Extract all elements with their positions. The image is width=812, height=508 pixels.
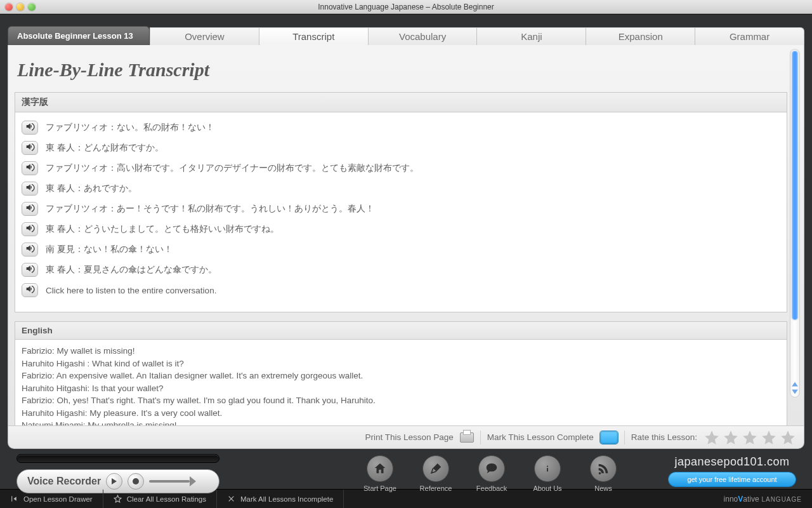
scroll-down-arrow-icon[interactable]: [791, 388, 799, 396]
play-line-button[interactable]: [22, 182, 38, 196]
tab-vocabulary[interactable]: Vocabulary: [369, 27, 478, 45]
transcript-row: ファブリツィオ：高い財布です。イタリアのデザイナーの財布です。とても素敵な財布で…: [22, 158, 780, 178]
kanji-section-header: 漢字版: [15, 93, 787, 112]
transcript-row: 南 夏見：ない！私の傘！ない！: [22, 239, 780, 260]
play-line-button[interactable]: [22, 283, 38, 297]
tab-grammar[interactable]: Grammar: [695, 27, 804, 45]
nav-label: Reference: [420, 485, 452, 492]
pen-icon: [422, 455, 449, 482]
play-line-button[interactable]: [22, 263, 38, 277]
card-footer: Print This Lesson Page Mark This Lesson …: [8, 425, 804, 448]
star-icon[interactable]: [761, 429, 777, 446]
nav-reference[interactable]: Reference: [416, 455, 455, 492]
lesson-indicator-label: Absolute Beginner Lesson 13: [17, 31, 133, 41]
play-line-button[interactable]: [22, 243, 38, 257]
transcript-line-text: 東 春人：どんな財布ですか。: [46, 142, 164, 154]
open-lesson-drawer-button[interactable]: Open Lesson Drawer: [0, 490, 103, 508]
tab-label: Overview: [185, 31, 225, 42]
vertical-scrollbar[interactable]: [790, 49, 800, 398]
tab-expansion[interactable]: Expansion: [586, 27, 695, 45]
lesson-indicator: Absolute Beginner Lesson 13: [8, 26, 150, 45]
rss-icon: [590, 455, 617, 482]
star-outline-icon: [114, 495, 122, 503]
tab-label: Kanji: [521, 31, 542, 42]
status-label: Clear All Lesson Ratings: [127, 495, 206, 503]
rating-stars: [704, 429, 796, 446]
speaker-icon: [25, 203, 35, 215]
printer-icon[interactable]: [460, 432, 474, 443]
rate-lesson-label: Rate this Lesson:: [631, 432, 697, 442]
star-icon[interactable]: [780, 429, 796, 446]
transcript-line-text: 東 春人：夏見さんの傘はどんな傘ですか。: [46, 264, 217, 276]
scrollbar-thumb[interactable]: [792, 51, 798, 320]
star-icon[interactable]: [723, 429, 739, 446]
speaker-icon: [25, 162, 35, 175]
transcript-line-text: 南 夏見：ない！私の傘！ない！: [46, 244, 173, 255]
transcript-row: 東 春人：どういたしまして。とても格好いい財布ですね。: [22, 219, 780, 239]
nav-start-page[interactable]: Start Page: [360, 455, 400, 492]
nav-feedback[interactable]: Feedback: [472, 455, 511, 492]
recorder-record-button[interactable]: [128, 473, 144, 490]
speaker-icon: [25, 142, 35, 154]
clear-ratings-button[interactable]: Clear All Lesson Ratings: [103, 490, 217, 508]
window-title: Innovative Language Japanese – Absolute …: [0, 3, 812, 11]
speaker-icon: [25, 264, 35, 276]
x-icon: [227, 495, 235, 503]
brand-text: ative: [743, 495, 759, 504]
tab-label: Expansion: [619, 31, 663, 42]
nav-about[interactable]: About Us: [528, 455, 567, 492]
mark-incomplete-button[interactable]: Mark All Lessons Incomplete: [217, 490, 344, 508]
tab-label: Transcript: [292, 31, 334, 42]
english-section-header: English: [15, 322, 787, 340]
english-section-body: Fabrizio: My wallet is missing! Haruhito…: [15, 340, 787, 425]
kanji-section: 漢字版 ファブリツィオ：ない。私の財布！ない！東 春人：どんな財布ですか。ファブ…: [15, 92, 787, 312]
transcript-line-text: ファブリツィオ：高い財布です。イタリアのデザイナーの財布です。とても素敵な財布で…: [46, 163, 419, 174]
play-line-button[interactable]: [22, 222, 38, 236]
transcript-line-text: 東 春人：どういたしまして。とても格好いい財布ですね。: [46, 224, 279, 235]
tab-kanji[interactable]: Kanji: [477, 27, 586, 45]
tab-label: Vocabulary: [399, 31, 446, 42]
divider: [480, 431, 481, 444]
drawer-icon: [10, 495, 18, 503]
tab-transcript[interactable]: Transcript: [259, 27, 369, 45]
scroll-up-arrow-icon[interactable]: [791, 380, 799, 388]
brand-text: inno: [724, 495, 738, 504]
home-icon: [367, 455, 393, 482]
transcript-row: 東 春人：どんな財布ですか。: [22, 138, 780, 158]
window-titlebar: Innovative Language Japanese – Absolute …: [0, 0, 812, 14]
mark-complete-toggle[interactable]: [600, 431, 618, 444]
play-line-button[interactable]: [22, 121, 38, 135]
speech-bubble-icon: [478, 455, 505, 482]
audio-progress-bar[interactable]: [16, 454, 219, 463]
brand-text: LANGUAGE: [759, 496, 802, 503]
play-line-button[interactable]: [22, 141, 38, 155]
free-account-button[interactable]: get your free lifetime account: [669, 472, 796, 486]
mark-complete-link[interactable]: Mark This Lesson Complete: [487, 432, 594, 442]
speaker-icon: [25, 182, 35, 195]
info-icon: [534, 455, 561, 482]
transcript-row: 東 春人：夏見さんの傘はどんな傘ですか。: [22, 260, 780, 280]
tab-overview[interactable]: Overview: [150, 27, 259, 45]
star-icon[interactable]: [742, 429, 758, 446]
transcript-row: ファブリツィオ：ない。私の財布！ない！: [22, 117, 780, 138]
transcript-line-text: 東 春人：あれですか。: [46, 183, 137, 194]
recorder-play-button[interactable]: [106, 473, 122, 490]
speaker-icon: [25, 121, 35, 134]
status-label: Mark All Lessons Incomplete: [240, 495, 333, 503]
transcript-line-text: Click here to listen to the entire conve…: [46, 286, 216, 295]
speaker-icon: [25, 223, 35, 236]
transcript-line-text: ファブリツィオ：ない。私の財布！ない！: [46, 122, 214, 133]
star-icon[interactable]: [704, 429, 720, 446]
nav-news[interactable]: News: [584, 455, 623, 492]
transcript-line-text: ファブリツィオ：あー！そうです！私の財布です。うれしい！ありがとう。春人！: [46, 203, 374, 215]
transcript-row: Click here to listen to the entire conve…: [22, 280, 780, 300]
brand-title: japanesepod101.com: [669, 455, 796, 469]
recorder-volume-slider[interactable]: [149, 480, 190, 483]
page-title: Line-By-Line Transcript: [15, 45, 787, 92]
play-line-button[interactable]: [22, 202, 38, 216]
print-lesson-link[interactable]: Print This Lesson Page: [365, 432, 454, 442]
nav-label: Start Page: [363, 485, 396, 492]
tab-label: Grammar: [730, 31, 769, 42]
play-line-button[interactable]: [22, 161, 38, 175]
voice-recorder-label: Voice Recorder: [27, 476, 101, 487]
